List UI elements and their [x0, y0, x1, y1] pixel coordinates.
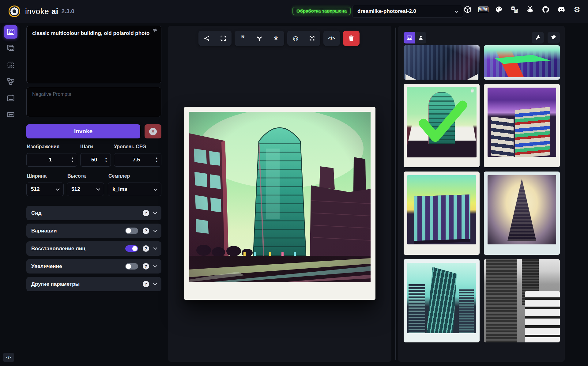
chevron-down-icon: [153, 210, 157, 214]
accordion-seed[interactable]: Сид ?: [26, 206, 161, 220]
accordion-face-restoration[interactable]: Восстановление лиц ?: [26, 241, 161, 256]
language-translate-icon[interactable]: Aя: [510, 5, 519, 14]
gallery-thumbnail[interactable]: [404, 45, 480, 80]
app-version: 2.3.0: [62, 8, 74, 15]
steps-label: Шаги: [80, 144, 93, 149]
accordion-label: Вариации: [31, 228, 57, 234]
height-value: 512: [71, 186, 80, 192]
model-select-value: dreamlike-photoreal-2.0: [357, 8, 416, 14]
step-down-icon[interactable]: ▼: [71, 160, 74, 163]
tab-uploads[interactable]: [415, 32, 426, 43]
step-down-icon[interactable]: ▼: [155, 160, 158, 163]
svg-text:A: A: [9, 29, 11, 32]
chevron-down-icon: [96, 187, 100, 191]
view-metadata-button[interactable]: </>: [323, 31, 340, 46]
restore-faces-button[interactable]: ☺: [287, 31, 304, 46]
use-all-parameters-button[interactable]: *: [268, 31, 284, 46]
tab-nodes[interactable]: [4, 75, 17, 88]
panel-divider[interactable]: [395, 28, 396, 360]
status-badge: Обработка завершена: [292, 7, 351, 15]
viewer-toolbar: ” * ☺ </>: [198, 31, 360, 46]
variations-toggle[interactable]: [125, 228, 138, 234]
console-toggle[interactable]: </>: [3, 353, 14, 362]
gallery-thumbnail[interactable]: [404, 259, 480, 342]
prompt-input[interactable]: classic multicolour building, old polaro…: [26, 26, 161, 83]
help-icon[interactable]: ?: [143, 245, 149, 252]
recall-seed-button[interactable]: [251, 31, 268, 46]
tab-generated-images[interactable]: [404, 32, 415, 43]
negative-prompt-input[interactable]: [26, 87, 161, 117]
gallery-thumbnail[interactable]: [404, 172, 480, 255]
step-up-icon[interactable]: ▲: [71, 157, 74, 160]
help-icon[interactable]: ?: [143, 263, 149, 270]
sampler-label: Семплер: [108, 173, 130, 179]
chevron-down-icon: [153, 246, 157, 250]
app-title-bold: ai: [51, 7, 58, 16]
cancel-x-icon: ✕: [149, 128, 157, 135]
settings-gear-icon[interactable]: ⚙: [573, 5, 581, 14]
model-manager-cube-icon[interactable]: [463, 5, 472, 14]
top-icon-row: ⌨ Aя ⚙: [463, 5, 581, 14]
tab-image-to-image[interactable]: [4, 42, 17, 55]
help-icon[interactable]: ?: [143, 228, 149, 234]
steps-stepper[interactable]: ▲▼: [80, 153, 111, 167]
selected-check-icon: [407, 87, 477, 157]
chevron-down-icon: [153, 187, 157, 191]
width-value: 512: [31, 186, 40, 192]
chevron-down-icon: [153, 281, 157, 285]
images-input[interactable]: [30, 157, 71, 163]
images-stepper[interactable]: ▲▼: [26, 153, 77, 167]
chevron-down-icon: [153, 228, 157, 232]
theme-palette-icon[interactable]: [495, 5, 503, 14]
share-button[interactable]: [198, 31, 215, 46]
step-down-icon[interactable]: ▼: [105, 160, 107, 163]
current-image[interactable]: [184, 107, 375, 300]
cancel-button[interactable]: ✕: [145, 124, 161, 138]
gallery-panel: [398, 26, 565, 362]
steps-input[interactable]: [84, 157, 105, 163]
thumbnail-photo: [404, 45, 480, 80]
tab-text-to-image[interactable]: A: [4, 25, 17, 39]
gallery-thumbnail-selected[interactable]: [404, 84, 480, 167]
gallery-settings-wrench[interactable]: [532, 32, 544, 43]
width-select[interactable]: 512: [26, 183, 64, 196]
sampler-select[interactable]: k_lms: [108, 183, 161, 196]
model-select[interactable]: dreamlike-photoreal-2.0: [352, 5, 463, 18]
thumbnail-photo: [488, 88, 556, 157]
discord-icon[interactable]: [557, 5, 566, 14]
help-icon[interactable]: ?: [143, 281, 149, 287]
face-restoration-toggle[interactable]: [125, 245, 138, 252]
top-bar: invoke ai 2.3.0 Обработка завершена drea…: [0, 0, 588, 23]
accordion-upscaling[interactable]: Увеличение ?: [26, 259, 161, 274]
invoke-button[interactable]: Invoke: [26, 124, 140, 138]
accordion-other-options[interactable]: Другие параметры ?: [26, 277, 161, 291]
accordion-label: Восстановление лиц: [31, 246, 85, 252]
gallery-thumbnail[interactable]: [484, 84, 560, 167]
frame-corners-button[interactable]: [215, 31, 232, 46]
thumbnail-photo: [407, 175, 476, 244]
step-up-icon[interactable]: ▲: [105, 157, 107, 160]
cfg-stepper[interactable]: ▲▼: [114, 153, 161, 167]
height-select[interactable]: 512: [67, 183, 104, 196]
help-icon[interactable]: ?: [143, 210, 149, 216]
recall-prompt-button[interactable]: ”: [235, 31, 251, 46]
cfg-input[interactable]: [117, 157, 155, 163]
tab-training[interactable]: [4, 108, 17, 121]
thumbnail-delete-icon[interactable]: [470, 88, 475, 94]
upscale-button[interactable]: [304, 31, 320, 46]
accordion-variations[interactable]: Вариации ?: [26, 224, 161, 238]
thumbnail-photo: [407, 263, 476, 333]
step-up-icon[interactable]: ▲: [155, 157, 158, 160]
tab-unified-canvas[interactable]: [4, 58, 17, 72]
gallery-thumbnail[interactable]: [484, 259, 560, 342]
gallery-thumbnail[interactable]: [484, 172, 560, 255]
report-bug-icon[interactable]: [526, 5, 534, 14]
github-icon[interactable]: [541, 5, 550, 14]
gallery-pin[interactable]: [548, 32, 560, 43]
gallery-thumbnail[interactable]: [484, 45, 560, 80]
hotkeys-keyboard-icon[interactable]: ⌨: [479, 5, 488, 14]
app-title-regular: invoke: [25, 7, 49, 16]
delete-image-button[interactable]: [343, 31, 360, 46]
upscaling-toggle[interactable]: [125, 263, 138, 270]
tab-post-processing[interactable]: [4, 91, 17, 105]
